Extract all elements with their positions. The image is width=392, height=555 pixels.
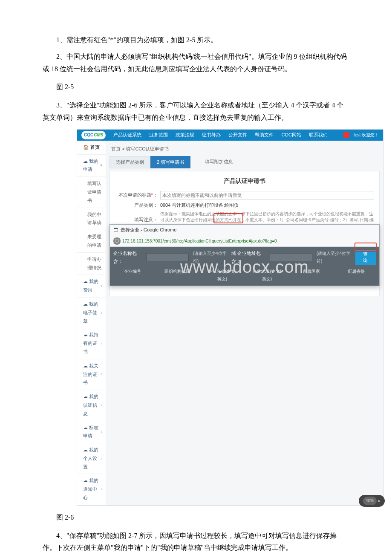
chevron-left-icon: ‹ — [101, 340, 102, 347]
value-class: 0904 与计算机连用的打印设备;绘图仪 — [160, 201, 239, 210]
para-3: 3、"选择企业"功能如图 2-6 所示，客户可以输入企业名称或者地址（至少输入 … — [43, 99, 349, 124]
topnav-item[interactable]: 证书补办 — [202, 131, 221, 139]
sidebar-item-mycerts[interactable]: ☁ 我持有的证书‹ — [77, 328, 106, 359]
label-class: 产品类别： — [115, 201, 158, 210]
sidebar: 🏠 首页 ☁ 我的申请▾ 填写认证申请书 我的申请草稿 未受理的申请 申请办理情… — [77, 141, 106, 505]
sidebar-item-favcerts[interactable]: ☁ 我关注的证书‹ — [77, 359, 106, 390]
sidebar-item-status[interactable]: 申请办理情况 — [77, 253, 106, 275]
step-2[interactable]: 2 填写申请书 — [150, 156, 190, 169]
sidebar-item-certinfo[interactable]: ☁ 我的认证信息‹ — [77, 390, 106, 421]
welcome-text: test 欢迎您！ — [354, 131, 379, 139]
label-ent-addr: 域 企业地址包含： — [231, 249, 267, 266]
sidebar-item-notify[interactable]: ☁ 我的通知中心‹ — [77, 474, 106, 505]
app-logo: CQCCMS — [81, 131, 106, 139]
popup-urlbar: ⓘ 172.16.101.153:7001/cms30/reg/Applicat… — [110, 236, 379, 247]
logo-text-a: CQC — [84, 131, 93, 139]
col: 企业编号 — [117, 268, 149, 283]
hint-name: (请输入至少4位字符) — [193, 250, 229, 265]
step-1[interactable]: 选择产品类别 — [110, 156, 150, 169]
top-nav: 产品认证系统 业务范围 政策法规 证书补办 公开文件 帮助文件 CQC网站 联系… — [113, 131, 327, 139]
app-screenshot: CQCCMS 产品认证系统 业务范围 政策法规 证书补办 公开文件 帮助文件 C… — [77, 129, 383, 506]
topnav-item[interactable]: 产品认证系统 — [113, 131, 141, 139]
input-app-title[interactable] — [160, 191, 374, 199]
chevron-left-icon: ‹ — [101, 455, 102, 462]
chevron-left-icon: ‹ — [101, 370, 102, 378]
search-button[interactable]: 查询 — [355, 250, 376, 265]
popup-body: 企业名称包含： (请输入至少4位字符) 域 企业地址包含： (请输入至少4位字符… — [110, 247, 379, 286]
para-1: 1、需注意有红色"*"的项目为必填项，如图 2-5 所示。 — [43, 34, 349, 46]
enterprise-popup: 🗔 选择企业 - Google Chrome ⓘ 172.16.101.153:… — [110, 224, 380, 286]
step-3: 填写附加信息 — [199, 156, 239, 169]
hint-addr: (请输入至少4位字符) — [317, 250, 353, 265]
chevron-down-icon: ▾ — [100, 162, 102, 169]
topnav-item[interactable]: 联系我们 — [309, 131, 328, 139]
breadcrumb: 首页 > 填写CCC认证申请书 — [110, 144, 380, 156]
sidebar-item-unaccepted[interactable]: 未受理的申请 — [77, 230, 106, 253]
label-ent-name: 企业名称包含： — [113, 249, 144, 266]
sidebar-item-settings[interactable]: ☁ 我的个人设置‹ — [77, 443, 106, 474]
chevron-left-icon: ‹ — [101, 402, 102, 409]
col: 企业地址(中文/英文) — [251, 268, 283, 283]
popup-url-text: 172.16.101.153:7001/cms30/reg/Applicatio… — [122, 237, 277, 245]
topnav-item[interactable]: CQC网站 — [281, 131, 301, 139]
input-ent-name[interactable] — [146, 254, 189, 261]
popup-title-text: 选择企业 - Google Chrome — [121, 226, 176, 234]
step-wizard: 选择产品类别 2 填写申请书 填写附加信息 — [110, 156, 380, 169]
chevron-left-icon: ‹ — [101, 282, 102, 290]
sidebar-item-markapply[interactable]: ☁ 标志申请‹ — [77, 421, 106, 444]
fig-label-2-5: 图 2-5 — [43, 81, 349, 93]
col: 组织机构代码 — [161, 268, 193, 283]
topbar-right: test 欢迎您！ — [343, 131, 379, 139]
chevron-left-icon: ‹ — [101, 428, 102, 436]
progress-value: 40% — [363, 497, 377, 505]
popup-table-header: 企业编号 组织机构代码 企业名称(中文/英文) 企业地址(中文/英文) 所属国家… — [113, 266, 376, 283]
expand-icon: ▸ — [378, 497, 380, 505]
chevron-left-icon: ‹ — [101, 486, 102, 493]
content-area: 首页 > 填写CCC认证申请书 选择产品类别 2 填写申请书 填写附加信息 产品… — [106, 141, 383, 505]
input-ent-addr[interactable] — [270, 254, 312, 261]
popup-titlebar: 🗔 选择企业 - Google Chrome — [110, 225, 379, 236]
info-icon: ⓘ — [113, 237, 121, 244]
chevron-left-icon: ‹ — [101, 309, 102, 317]
panel-title: 产品认证申请书 — [115, 176, 374, 186]
topnav-item[interactable]: 业务范围 — [149, 131, 168, 139]
app-topbar: CQCCMS 产品认证系统 业务范围 政策法规 证书补办 公开文件 帮助文件 C… — [77, 130, 383, 141]
para-2: 2、中国大陆的申请人必须填写"组织机构代码/统一社会信用代码"。填写企业的 9 … — [43, 51, 349, 75]
chrome-icon: 🗔 — [113, 226, 118, 234]
sidebar-item-fill-app[interactable]: 填写认证申请书 — [77, 177, 106, 208]
float-progress-badge[interactable]: 40% ▸ — [359, 495, 385, 507]
label-remark: 填写注意： — [115, 216, 158, 224]
label-title: 本次申请的标题*： — [115, 191, 158, 199]
sidebar-item-myapply[interactable]: ☁ 我的申请▾ — [77, 155, 106, 177]
sidebar-item-esign[interactable]: ☁ 我的电子签章‹ — [77, 298, 106, 328]
col: 所属省份 — [340, 268, 372, 283]
fig-label-2-6: 图 2-6 — [43, 512, 349, 524]
col: 所属国家 — [296, 268, 328, 283]
sidebar-item-home[interactable]: 🏠 首页 — [77, 141, 106, 155]
col: 企业名称(中文/英文) — [206, 268, 238, 283]
para-4: 4、"保存草稿"功能如图 2-7 所示，因填写申请书过程较长，填写途中可对填写信… — [43, 530, 349, 555]
notification-icon[interactable] — [343, 132, 349, 138]
sidebar-item-fees[interactable]: ☁ 我的费用‹ — [77, 275, 106, 298]
topnav-item[interactable]: 帮助文件 — [255, 131, 274, 139]
topnav-item[interactable]: 政策法规 — [176, 131, 194, 139]
sidebar-item-draft[interactable]: 我的申请草稿 — [77, 208, 106, 231]
topnav-item[interactable]: 公开文件 — [228, 131, 247, 139]
logo-text-b: CMS — [94, 131, 103, 139]
